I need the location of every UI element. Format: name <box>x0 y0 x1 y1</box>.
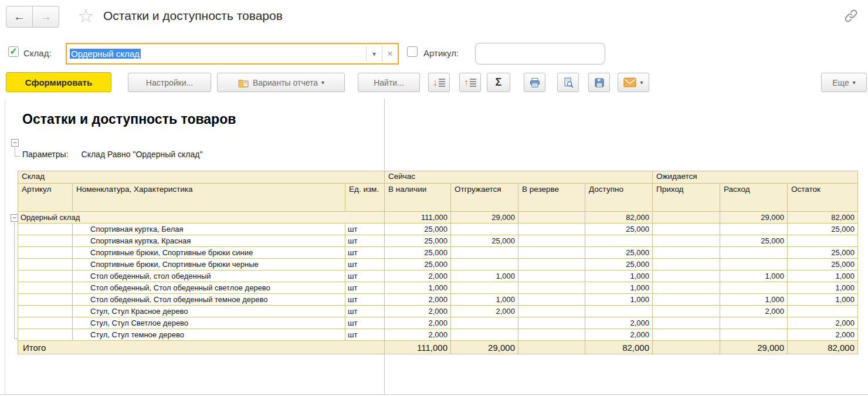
cell-value[interactable] <box>653 259 720 270</box>
cell-value[interactable]: 2,000 <box>385 329 451 341</box>
cell-value[interactable]: 2,000 <box>451 306 518 317</box>
cell-artikul[interactable] <box>18 259 73 270</box>
total-row-label[interactable]: Итого <box>18 341 385 354</box>
cell-artikul[interactable] <box>18 329 73 341</box>
sort-ascending-button[interactable]: ↑ <box>459 73 481 92</box>
cell-value[interactable] <box>451 224 518 235</box>
warehouse-clear-button[interactable]: × <box>382 49 398 59</box>
cell-value[interactable] <box>518 341 585 354</box>
cell-value[interactable] <box>518 259 585 270</box>
cell-value[interactable]: 1,000 <box>788 270 858 282</box>
print-preview-button[interactable] <box>557 73 579 92</box>
cell-value[interactable]: 2,000 <box>720 306 788 317</box>
cell-value[interactable]: 2,000 <box>788 317 858 329</box>
cell-value[interactable] <box>585 235 653 247</box>
save-button[interactable] <box>588 73 610 92</box>
cell-artikul[interactable] <box>18 294 73 306</box>
cell-value[interactable]: 29,000 <box>451 341 518 354</box>
cell-value[interactable] <box>653 329 720 341</box>
warehouse-dropdown-button[interactable]: ▾ <box>367 50 382 58</box>
cell-value[interactable]: 1,000 <box>720 294 788 306</box>
cell-nomenclature[interactable]: Стол обеденный, Стол обеденный светлое д… <box>73 282 345 294</box>
cell-artikul[interactable] <box>18 235 73 247</box>
cell-value[interactable]: 25,000 <box>788 259 858 270</box>
forward-button[interactable]: → <box>32 6 59 28</box>
cell-value[interactable]: 1,000 <box>585 270 653 282</box>
cell-value[interactable]: 25,000 <box>585 247 653 259</box>
back-button[interactable]: ← <box>6 6 33 28</box>
cell-unit[interactable]: шт <box>345 306 385 317</box>
cell-value[interactable]: 25,000 <box>385 247 451 259</box>
cell-value[interactable]: 25,000 <box>585 224 653 235</box>
totals-button[interactable]: Σ <box>487 73 510 92</box>
cell-nomenclature[interactable]: Спортивные брюки, Спортивные брюки синие <box>73 247 345 259</box>
cell-value[interactable]: 1,000 <box>585 294 653 306</box>
cell-value[interactable]: 1,000 <box>788 294 858 306</box>
cell-artikul[interactable] <box>18 247 73 259</box>
cell-value[interactable] <box>653 247 720 259</box>
cell-value[interactable]: 1,000 <box>451 270 518 282</box>
cell-value[interactable] <box>451 259 518 270</box>
cell-nomenclature[interactable]: Стул, Стул темное дерево <box>73 329 345 341</box>
cell-value[interactable]: 25,000 <box>385 235 451 247</box>
cell-value[interactable]: 1,000 <box>720 270 788 282</box>
cell-unit[interactable]: шт <box>345 270 385 282</box>
sort-descending-button[interactable]: ↓ <box>428 73 450 92</box>
cell-value[interactable]: 111,000 <box>385 341 451 354</box>
parameters-expander[interactable]: − <box>11 139 19 147</box>
cell-unit[interactable]: шт <box>345 294 385 306</box>
cell-value[interactable] <box>518 224 585 235</box>
cell-value[interactable] <box>518 329 585 341</box>
cell-artikul[interactable] <box>18 317 73 329</box>
cell-value[interactable]: 2,000 <box>585 317 653 329</box>
cell-value[interactable] <box>653 270 720 282</box>
find-button[interactable]: Найти... <box>358 73 420 92</box>
cell-value[interactable]: 2,000 <box>585 329 653 341</box>
cell-nomenclature[interactable]: Спортивные брюки, Спортивные брюки черны… <box>73 259 345 270</box>
get-link-icon[interactable] <box>843 8 859 23</box>
cell-value[interactable]: 82,000 <box>585 212 653 224</box>
cell-value[interactable] <box>653 282 720 294</box>
cell-value[interactable]: 82,000 <box>585 341 653 354</box>
cell-value[interactable]: 25,000 <box>788 247 858 259</box>
cell-value[interactable] <box>518 294 585 306</box>
cell-value[interactable] <box>653 224 720 235</box>
cell-value[interactable] <box>720 317 788 329</box>
cell-nomenclature[interactable]: Спортивная куртка, Красная <box>73 235 345 247</box>
cell-value[interactable]: 29,000 <box>720 212 788 224</box>
cell-value[interactable] <box>653 341 720 354</box>
cell-value[interactable] <box>518 282 585 294</box>
cell-nomenclature[interactable]: Стол обеденный, Стол обеденный темное де… <box>73 294 345 306</box>
cell-value[interactable] <box>451 317 518 329</box>
cell-value[interactable]: 25,000 <box>720 235 788 247</box>
cell-value[interactable]: 25,000 <box>451 235 518 247</box>
cell-value[interactable] <box>653 235 720 247</box>
cell-value[interactable] <box>653 306 720 317</box>
print-button[interactable] <box>524 73 545 92</box>
cell-value[interactable]: 1,000 <box>788 282 858 294</box>
cell-nomenclature[interactable]: Стул, Стул Светлое дерево <box>73 317 345 329</box>
cell-unit[interactable]: шт <box>345 247 385 259</box>
cell-value[interactable]: 2,000 <box>385 306 451 317</box>
cell-value[interactable]: 2,000 <box>788 329 858 341</box>
cell-unit[interactable]: шт <box>345 317 385 329</box>
cell-value[interactable]: 2,000 <box>385 294 451 306</box>
cell-value[interactable] <box>451 247 518 259</box>
cell-value[interactable]: 2,000 <box>385 270 451 282</box>
cell-value[interactable] <box>788 306 858 317</box>
article-input[interactable] <box>475 43 605 65</box>
cell-value[interactable]: 82,000 <box>788 341 858 354</box>
cell-value[interactable] <box>585 306 653 317</box>
favorite-star-icon[interactable]: ☆ <box>77 5 94 27</box>
cell-value[interactable]: 25,000 <box>385 259 451 270</box>
cell-value[interactable] <box>653 294 720 306</box>
cell-artikul[interactable] <box>18 282 73 294</box>
article-filter-checkbox[interactable] <box>407 46 418 57</box>
cell-value[interactable] <box>720 224 788 235</box>
settings-button[interactable]: Настройки... <box>128 73 211 92</box>
cell-value[interactable]: 29,000 <box>720 341 788 354</box>
cell-artikul[interactable] <box>18 224 73 235</box>
cell-value[interactable] <box>451 329 518 341</box>
cell-value[interactable] <box>653 317 720 329</box>
cell-value[interactable] <box>518 306 585 317</box>
